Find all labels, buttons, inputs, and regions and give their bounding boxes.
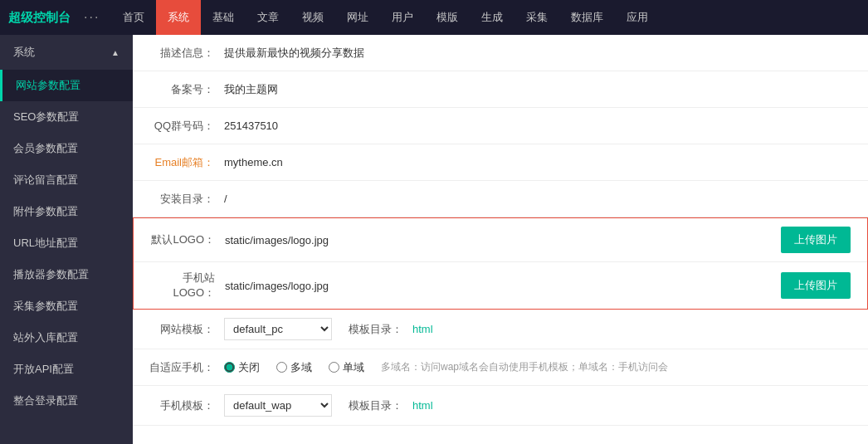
desc-label: 描述信息： [149, 46, 224, 61]
form-row-qq: QQ群号码： 251437510 [133, 108, 868, 144]
mobile-logo-label: 手机站LOGO： [150, 271, 225, 300]
nav-basic[interactable]: 基础 [201, 0, 246, 35]
logo-row-default: 默认LOGO： 上传图片 [134, 218, 867, 262]
radio-singledomain-input[interactable] [329, 362, 339, 373]
sidebar-item-attachment[interactable]: 附件参数配置 [0, 196, 133, 227]
nav-items: 首页 系统 基础 文章 视频 网址 用户 模版 生成 采集 数据库 应用 [111, 0, 660, 35]
radio-options: 关闭 多域 单域 [224, 360, 364, 375]
install-label: 安装目录： [149, 192, 224, 207]
logo-label: 默认LOGO： [150, 232, 225, 247]
upload-logo-button[interactable]: 上传图片 [781, 227, 851, 253]
template-row: 网站模板： default_pc 模板目录： html [133, 310, 868, 349]
nav-user[interactable]: 用户 [380, 0, 425, 35]
form-row-beian: 备案号： 我的主题网 [133, 71, 868, 108]
email-value: mytheme.cn [224, 156, 851, 168]
sidebar-item-member[interactable]: 会员参数配置 [0, 133, 133, 164]
nav-video[interactable]: 视频 [290, 0, 335, 35]
radio-off[interactable]: 关闭 [224, 360, 260, 375]
mobile-template-label: 手机模板： [149, 398, 224, 413]
email-label: Email邮箱： [149, 155, 224, 170]
desc-value: 提供最新最快的视频分享数据 [224, 46, 851, 61]
sidebar-item-website-config[interactable]: 网站参数配置 [0, 70, 133, 101]
logo-section: 默认LOGO： 上传图片 手机站LOGO： 上传图片 [133, 217, 868, 310]
adaptive-label: 自适应手机： [149, 360, 224, 375]
template-select[interactable]: default_pc [224, 318, 332, 340]
beian-value: 我的主题网 [224, 82, 851, 97]
template-dir-value: html [412, 323, 433, 335]
sidebar-arrow: ▲ [111, 48, 119, 57]
radio-singledomain-label: 单域 [343, 360, 364, 375]
mobile-template-select[interactable]: default_wap [224, 394, 332, 417]
radio-multidomain-input[interactable] [276, 362, 287, 373]
qq-label: QQ群号码： [149, 119, 224, 134]
sidebar-title: 系统 [13, 45, 35, 60]
template-dir-label: 模板目录： [349, 322, 402, 337]
radio-multidomain-label: 多域 [290, 360, 312, 375]
radio-off-input[interactable] [224, 362, 235, 373]
radio-off-label: 关闭 [238, 360, 260, 375]
nav-url[interactable]: 网址 [335, 0, 380, 35]
nav-generate[interactable]: 生成 [470, 0, 514, 35]
mobile-template-row: 手机模板： default_wap 模板目录： html [133, 386, 868, 426]
nav-collect[interactable]: 采集 [514, 0, 559, 35]
sidebar: 系统 ▲ 网站参数配置 SEO参数配置 会员参数配置 评论留言配置 附件参数配置… [0, 35, 133, 444]
sidebar-item-api[interactable]: 开放API配置 [0, 354, 133, 385]
nav-template[interactable]: 模版 [425, 0, 470, 35]
install-value: / [224, 193, 851, 205]
logo-row-mobile: 手机站LOGO： 上传图片 [134, 262, 867, 309]
mobile-template-dir-label: 模板目录： [349, 398, 402, 413]
nav-database[interactable]: 数据库 [559, 0, 615, 35]
radio-multidomain[interactable]: 多域 [276, 360, 312, 375]
upload-mobile-logo-button[interactable]: 上传图片 [781, 272, 851, 299]
sidebar-item-collect[interactable]: 采集参数配置 [0, 290, 133, 322]
logo-input-default[interactable] [225, 234, 781, 246]
sidebar-item-url[interactable]: URL地址配置 [0, 227, 133, 259]
main-content: 描述信息： 提供最新最快的视频分享数据 备案号： 我的主题网 QQ群号码： 25… [133, 35, 868, 444]
nav-dots: ··· [84, 10, 100, 25]
sidebar-item-seo[interactable]: SEO参数配置 [0, 101, 133, 133]
nav-home[interactable]: 首页 [111, 0, 156, 35]
radio-note: 多域名：访问wap域名会自动使用手机模板；单域名：手机访问会 [381, 360, 668, 374]
logo-input-mobile[interactable] [225, 280, 781, 292]
sidebar-header: 系统 ▲ [0, 35, 133, 70]
beian-label: 备案号： [149, 82, 224, 97]
form-row-email: Email邮箱： mytheme.cn [133, 144, 868, 181]
sidebar-item-player[interactable]: 播放器参数配置 [0, 259, 133, 290]
main-layout: 系统 ▲ 网站参数配置 SEO参数配置 会员参数配置 评论留言配置 附件参数配置… [0, 35, 868, 444]
qq-value: 251437510 [224, 120, 851, 132]
form-row-install: 安装目录： / [133, 181, 868, 217]
nav-article[interactable]: 文章 [246, 0, 290, 35]
mobile-template-dir-value: html [412, 399, 433, 412]
adaptive-row: 自适应手机： 关闭 多域 单域 多域名：访问wap域名会自动使用手机模板；单域名… [133, 349, 868, 386]
radio-singledomain[interactable]: 单域 [329, 360, 364, 375]
top-nav: 超级控制台 ··· 首页 系统 基础 文章 视频 网址 用户 模版 生成 采集 … [0, 0, 868, 35]
sidebar-item-login[interactable]: 整合登录配置 [0, 385, 133, 417]
nav-app[interactable]: 应用 [615, 0, 660, 35]
brand[interactable]: 超级控制台 [8, 10, 71, 26]
sidebar-item-external[interactable]: 站外入库配置 [0, 322, 133, 354]
form-row-desc: 描述信息： 提供最新最快的视频分享数据 [133, 35, 868, 71]
template-label: 网站模板： [149, 322, 224, 337]
sidebar-item-comment[interactable]: 评论留言配置 [0, 164, 133, 196]
nav-system[interactable]: 系统 [156, 0, 201, 35]
